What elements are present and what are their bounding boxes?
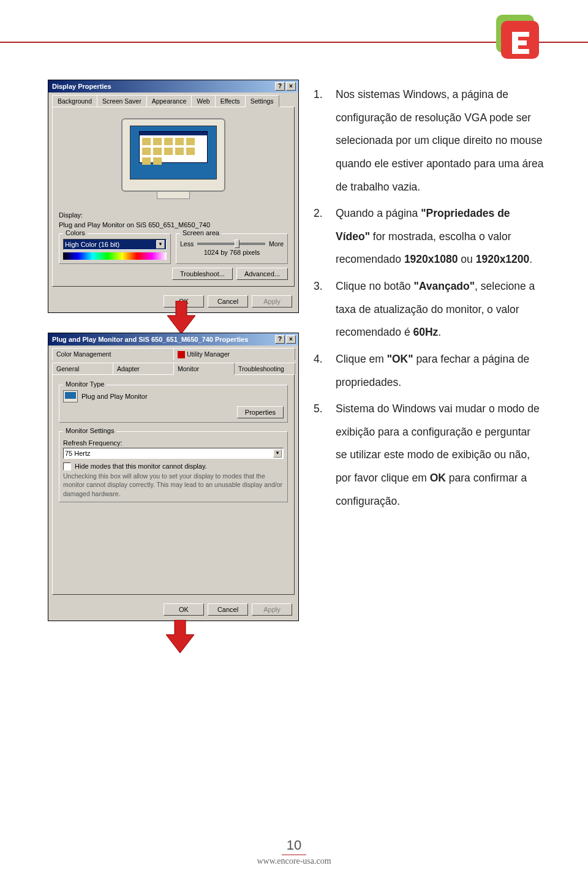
troubleshoot-button[interactable]: Troubleshoot...: [172, 268, 233, 280]
tab-screen-saver[interactable]: Screen Saver: [97, 95, 147, 107]
instruction-text: Clique em "OK" para fechar a página de p…: [336, 348, 544, 394]
ok-button[interactable]: OK: [164, 603, 204, 616]
monitor-icon: [63, 390, 78, 402]
hint-text: Unchecking this box will allow you to se…: [63, 472, 284, 498]
tab-strip: Background Screen Saver Appearance Web E…: [48, 92, 298, 107]
titlebar: Display Properties ? ×: [48, 80, 298, 92]
instruction-number: 3.: [314, 275, 327, 344]
hide-modes-label: Hide modes that this monitor cannot disp…: [75, 462, 207, 470]
sis-icon: [178, 351, 185, 358]
tab-appearance[interactable]: Appearance: [146, 95, 192, 107]
slider-thumb[interactable]: [235, 240, 239, 248]
instruction-item: 5.Sistema do Windows vai mudar o modo de…: [314, 398, 544, 513]
apply-button[interactable]: Apply: [252, 603, 292, 616]
instruction-item: 3.Clique no botão "Avançado", selecione …: [314, 275, 544, 344]
footer: 10 www.encore-usa.com: [0, 837, 588, 866]
chevron-down-icon[interactable]: ▼: [156, 240, 165, 249]
monitor-settings-group: Monitor Settings Refresh Frequency: 75 H…: [59, 431, 288, 502]
more-label: More: [269, 240, 284, 247]
footer-url: www.encore-usa.com: [0, 856, 588, 866]
page-number: 10: [282, 837, 306, 855]
tab-panel: Monitor Type Plug and Play Monitor Prope…: [52, 374, 295, 595]
instruction-number: 5.: [314, 398, 327, 513]
help-icon[interactable]: ?: [275, 82, 285, 91]
monitor-type-value: Plug and Play Monitor: [81, 393, 148, 400]
properties-button[interactable]: Properties: [237, 406, 284, 418]
chevron-down-icon[interactable]: ▼: [273, 449, 282, 458]
display-value: Plug and Play Monitor on SiS 650_651_M65…: [59, 221, 288, 228]
colors-combo[interactable]: High Color (16 bit) ▼: [63, 239, 167, 250]
instruction-text: Nos sistemas Windows, a página de config…: [336, 83, 544, 198]
colors-value: High Color (16 bit): [65, 241, 119, 248]
hide-modes-checkbox[interactable]: [63, 462, 71, 470]
instruction-item: 4.Clique em "OK" para fechar a página de…: [314, 348, 544, 394]
colors-group: Colors High Color (16 bit) ▼: [59, 233, 171, 264]
monitor-properties-dialog: Plug and Play Monitor and SiS 650_651_M6…: [48, 333, 299, 621]
cancel-button[interactable]: Cancel: [208, 295, 248, 308]
color-gradient: [63, 252, 167, 260]
resolution-value: 1024 by 768 pixels: [180, 249, 284, 256]
instruction-number: 2.: [314, 202, 327, 271]
titlebar-text: Plug and Play Monitor and SiS 650_651_M6…: [52, 336, 248, 343]
refresh-label: Refresh Frequency:: [63, 439, 284, 447]
instruction-item: 2.Quando a página "Propriedades de Vídeo…: [314, 202, 544, 271]
titlebar-text: Display Properties: [52, 83, 111, 90]
screen-area-group: Screen area Less More 1024 by 768 pixels: [176, 233, 288, 264]
screen-area-label: Screen area: [180, 229, 222, 236]
refresh-combo[interactable]: 75 Hertz ▼: [63, 448, 284, 459]
monitor-type-label: Monitor Type: [63, 380, 107, 388]
tab-adapter[interactable]: Adapter: [113, 363, 174, 374]
dialog-buttons: OK Cancel Apply: [48, 598, 298, 621]
instruction-list: 1.Nos sistemas Windows, a página de conf…: [314, 83, 544, 513]
display-label: Display:: [59, 211, 288, 219]
tab-color-management[interactable]: Color Management: [52, 348, 174, 360]
display-properties-dialog: Display Properties ? × Background Screen…: [48, 80, 299, 313]
monitor-settings-label: Monitor Settings: [63, 427, 116, 434]
close-icon[interactable]: ×: [286, 82, 296, 91]
resolution-slider[interactable]: [197, 243, 265, 245]
titlebar: Plug and Play Monitor and SiS 650_651_M6…: [48, 333, 298, 345]
instruction-text: Clique no botão "Avançado", selecione a …: [336, 275, 544, 344]
tab-utility-manager[interactable]: Utility Manager: [173, 348, 295, 360]
red-arrow-icon: [167, 301, 195, 334]
monitor-type-group: Monitor Type Plug and Play Monitor Prope…: [59, 385, 288, 423]
cancel-button[interactable]: Cancel: [208, 603, 248, 616]
advanced-button[interactable]: Advanced...: [236, 268, 288, 280]
tab-strip-row2: General Adapter Monitor Troubleshooting: [48, 360, 298, 374]
help-icon[interactable]: ?: [275, 335, 285, 344]
instruction-item: 1.Nos sistemas Windows, a página de conf…: [314, 83, 544, 198]
monitor-illustration: [121, 118, 225, 204]
tab-strip-row1: Color Management Utility Manager: [48, 345, 298, 360]
instruction-text: Sistema do Windows vai mudar o modo de e…: [336, 398, 544, 513]
instruction-number: 4.: [314, 348, 327, 394]
red-arrow-icon: [166, 620, 194, 653]
apply-button[interactable]: Apply: [252, 295, 292, 308]
instruction-number: 1.: [314, 83, 327, 198]
instruction-text: Quando a página "Propriedades de Vídeo" …: [336, 202, 544, 271]
tab-web[interactable]: Web: [191, 95, 215, 107]
tab-monitor[interactable]: Monitor: [173, 363, 235, 375]
tab-general[interactable]: General: [52, 363, 113, 374]
close-icon[interactable]: ×: [286, 335, 296, 344]
tab-settings[interactable]: Settings: [245, 95, 279, 107]
less-label: Less: [180, 240, 194, 247]
tab-background[interactable]: Background: [52, 95, 97, 107]
colors-label: Colors: [63, 229, 88, 236]
refresh-value: 75 Hertz: [65, 450, 91, 457]
logo: [490, 11, 544, 65]
instructions: 1.Nos sistemas Windows, a página de conf…: [314, 80, 544, 621]
tab-troubleshooting[interactable]: Troubleshooting: [234, 363, 295, 374]
tab-panel: Display: Plug and Play Monitor on SiS 65…: [52, 107, 295, 287]
tab-effects[interactable]: Effects: [215, 95, 246, 107]
